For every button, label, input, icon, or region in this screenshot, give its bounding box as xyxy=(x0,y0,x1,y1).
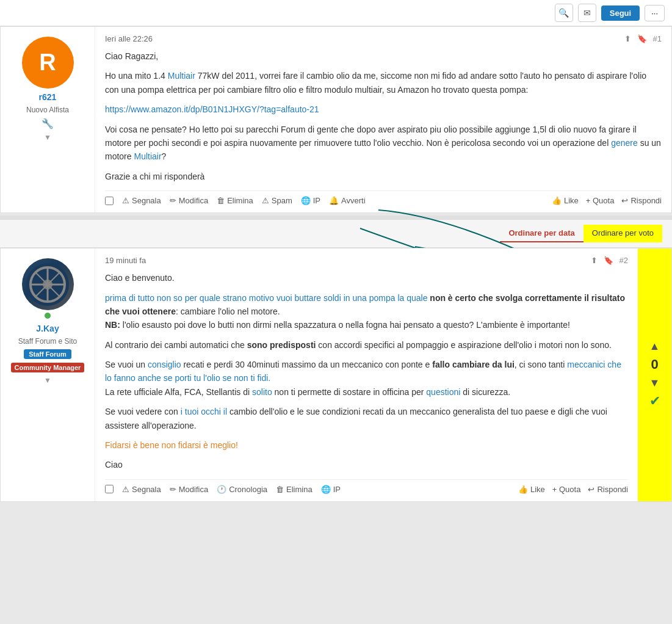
post-2-paragraph-2: prima di tutto non so per quale strano m… xyxy=(105,291,628,332)
post-2-content: 19 minuti fa ⬆ 🔖 #2 Ciao e benvenuto. pr… xyxy=(95,249,638,501)
post-2-time: 19 minuti fa xyxy=(105,256,146,265)
online-indicator xyxy=(43,311,52,320)
fidarsi-text: Fidarsi è bene non fidarsi è meglio! xyxy=(105,440,238,450)
post-1-sidebar: R r621 Nuovo Alfista 🔧 ▼ xyxy=(1,27,95,212)
post-2-checkbox[interactable] xyxy=(105,485,114,494)
cronologia-btn-2[interactable]: 🕐 Cronologia xyxy=(217,485,267,494)
vote-down-btn[interactable]: ▼ xyxy=(649,377,660,388)
post-2-paragraph-5: Se vuoi vedere con i tuoi occhi il cambi… xyxy=(105,405,628,432)
post-1-footer: ⚠ Segnala ✏ Modifica 🗑 Elimina ⚠ Spam xyxy=(105,190,662,205)
ip-btn-2[interactable]: 🌐 IP xyxy=(321,485,341,494)
post-1-footer-left: ⚠ Segnala ✏ Modifica 🗑 Elimina ⚠ Spam xyxy=(105,196,543,205)
elimina-btn-2[interactable]: 🗑 Elimina xyxy=(276,485,313,494)
post-2-ciao: Ciao xyxy=(105,458,628,471)
rispondi-btn-2[interactable]: ↩ Rispondi xyxy=(588,485,628,494)
modifica-btn-2[interactable]: ✏ Modifica xyxy=(170,485,208,494)
quota-btn-2[interactable]: + Quota xyxy=(552,485,581,494)
multiair-mention: Multiair xyxy=(168,71,195,81)
post-1-thanks: Grazie a chi mi risponderà xyxy=(105,170,662,183)
post-2-sidebar: J.Kay Staff Forum e Sito Staff Forum Com… xyxy=(1,249,95,501)
edit-icon-2: ✏ xyxy=(170,485,176,494)
post-2-greeting: Ciao e benvenuto. xyxy=(105,271,628,285)
modifica-btn-1[interactable]: ✏ Modifica xyxy=(170,196,208,205)
like-btn-2[interactable]: 👍 Like xyxy=(518,485,545,494)
username-r621[interactable]: r621 xyxy=(39,92,57,102)
consiglio-text: consiglio xyxy=(148,360,181,369)
badge-staff-forum: Staff Forum xyxy=(24,349,71,359)
rispondi-btn-1[interactable]: ↩ Rispondi xyxy=(621,196,662,205)
bookmark-icon-2[interactable]: 🔖 xyxy=(604,256,613,265)
like-btn-1[interactable]: 👍 Like xyxy=(552,196,579,205)
post-1-top-actions: ⬆ 🔖 #1 xyxy=(624,34,662,43)
amazon-link[interactable]: https://www.amazon.it/dp/B01N1JHXGY/?tag… xyxy=(105,104,319,114)
questioni-text: questioni xyxy=(426,387,460,397)
spam-icon-1: ⚠ xyxy=(262,196,269,205)
search-icon[interactable]: 🔍 xyxy=(555,4,573,22)
post-1-num: #1 xyxy=(653,34,662,43)
follow-button[interactable]: Segui xyxy=(601,5,640,21)
sort-bar: Ordinare per data Ordinare per voto xyxy=(0,219,672,248)
avatar-car-svg xyxy=(26,263,69,306)
top-bar: 🔍 ✉ Segui ··· xyxy=(0,0,672,26)
spam-btn-1[interactable]: ⚠ Spam xyxy=(262,196,292,205)
ip-btn-1[interactable]: 🌐 IP xyxy=(301,196,320,205)
thumbs-up-icon-2: 👍 xyxy=(518,485,528,494)
post-1-main-text: Ho una mito 1.4 Multiair 77kW del 2011, … xyxy=(105,69,662,96)
quota-btn-1[interactable]: + Quota xyxy=(586,196,615,205)
post-2-body: Ciao e benvenuto. prima di tutto non so … xyxy=(105,271,628,472)
globe-icon-2: 🌐 xyxy=(321,485,331,494)
segnala-btn-2[interactable]: ⚠ Segnala xyxy=(122,485,161,494)
sort-by-vote[interactable]: Ordinare per voto xyxy=(583,225,662,242)
post-1-meta: Ieri alle 22:26 ⬆ 🔖 #1 xyxy=(105,34,662,43)
segnala-btn-1[interactable]: ⚠ Segnala xyxy=(122,196,161,205)
vote-count: 0 xyxy=(651,357,658,372)
globe-icon-1: 🌐 xyxy=(301,196,311,205)
prima-text: prima di tutto non so per quale strano m… xyxy=(105,293,430,303)
solito-text: solito xyxy=(252,387,272,397)
chevron-down-jkay[interactable]: ▼ xyxy=(44,376,51,385)
bell-icon-1: 🔔 xyxy=(329,196,339,205)
user-wrench-icon: 🔧 xyxy=(42,118,54,129)
avatar-r621: R xyxy=(22,37,74,89)
reply-icon-2: ↩ xyxy=(588,485,594,494)
post-2-footer: ⚠ Segnala ✏ Modifica 🕐 Cronologia 🗑 Elim… xyxy=(105,479,628,494)
thumbs-up-icon-1: 👍 xyxy=(552,196,562,205)
meccanici-text: meccanici che lo fanno anche se porti tu… xyxy=(105,360,621,383)
sort-by-date[interactable]: Ordinare per data xyxy=(500,225,583,242)
post-2-num: #2 xyxy=(620,256,628,265)
sono-predisposti: sono predisposti xyxy=(247,340,316,350)
share-icon-2[interactable]: ⬆ xyxy=(591,256,598,265)
post-1-select-checkbox[interactable] xyxy=(105,197,114,205)
more-button[interactable]: ··· xyxy=(645,5,665,21)
share-icon-1[interactable]: ⬆ xyxy=(624,34,631,43)
post-2: J.Kay Staff Forum e Sito Staff Forum Com… xyxy=(0,248,672,502)
post-2-paragraph-3: Al contrario dei cambi automatici che so… xyxy=(105,338,628,352)
posts-container: R r621 Nuovo Alfista 🔧 ▼ Ieri alle 22:26… xyxy=(0,26,672,502)
user-role-jkay: Staff Forum e Sito xyxy=(18,337,78,346)
chevron-down-r621[interactable]: ▼ xyxy=(44,133,51,142)
post-1: R r621 Nuovo Alfista 🔧 ▼ Ieri alle 22:26… xyxy=(0,26,672,213)
elimina-btn-1[interactable]: 🗑 Elimina xyxy=(217,196,253,205)
post-1-checkbox[interactable] xyxy=(105,196,114,205)
clock-icon-2: 🕐 xyxy=(217,485,226,494)
genere-mention: genere xyxy=(611,138,638,148)
warning-icon-1: ⚠ xyxy=(122,196,129,205)
bookmark-icon-1[interactable]: 🔖 xyxy=(637,34,647,43)
message-icon[interactable]: ✉ xyxy=(578,4,596,22)
post-1-link: https://www.amazon.it/dp/B01N1JHXGY/?tag… xyxy=(105,103,662,116)
post-2-select-checkbox[interactable] xyxy=(105,485,114,493)
vote-column-post-2: ▲ 0 ▼ ✔ xyxy=(638,249,671,501)
nb-label: NB: xyxy=(105,320,120,330)
warning-icon-2: ⚠ xyxy=(122,485,129,494)
username-jkay[interactable]: J.Kay xyxy=(36,324,59,333)
avverti-btn-1[interactable]: 🔔 Avverti xyxy=(329,196,366,205)
post-2-top-actions: ⬆ 🔖 #2 xyxy=(591,256,628,265)
sort-section: Ordinare per data Ordinare per voto xyxy=(0,219,672,248)
vote-up-btn[interactable]: ▲ xyxy=(649,341,660,352)
post-2-meta: 19 minuti fa ⬆ 🔖 #2 xyxy=(105,256,628,265)
fallo-cambiare: fallo cambiare da lui xyxy=(432,360,515,369)
trash-icon-1: 🗑 xyxy=(217,196,225,205)
trash-icon-2: 🗑 xyxy=(276,485,284,494)
post-1-body: Ciao Ragazzi, Ho una mito 1.4 Multiair 7… xyxy=(105,49,662,183)
vote-check-icon[interactable]: ✔ xyxy=(649,393,660,409)
